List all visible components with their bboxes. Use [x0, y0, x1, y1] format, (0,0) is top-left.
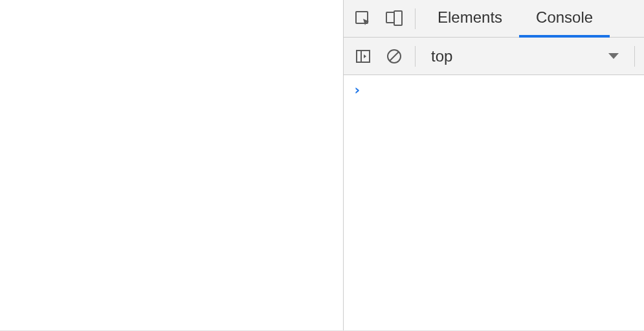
clear-console-icon[interactable]	[379, 41, 410, 72]
svg-rect-2	[394, 11, 402, 25]
inspect-element-icon[interactable]	[348, 3, 379, 34]
chevron-down-icon	[608, 53, 619, 59]
console-toolbar: top	[344, 38, 644, 75]
tab-console[interactable]: Console	[519, 0, 610, 38]
device-toggle-icon[interactable]	[379, 3, 410, 34]
page-preview-pane	[0, 0, 343, 330]
divider	[415, 46, 416, 67]
divider	[415, 8, 416, 29]
execution-context-dropdown[interactable]: top	[421, 42, 629, 71]
execution-context-value: top	[431, 47, 452, 65]
toggle-sidebar-icon[interactable]	[348, 41, 379, 72]
console-prompt-symbol: ›	[353, 82, 361, 98]
tab-elements[interactable]: Elements	[421, 0, 519, 38]
console-output-area[interactable]: ›	[344, 75, 644, 330]
svg-line-6	[390, 52, 399, 61]
tab-elements-label: Elements	[438, 8, 502, 27]
devtools-tabbar: Elements Console	[344, 0, 644, 38]
divider	[634, 46, 635, 67]
devtools-panel: Elements Console top ›	[343, 0, 644, 330]
tab-console-label: Console	[536, 8, 593, 27]
svg-rect-3	[357, 51, 370, 62]
